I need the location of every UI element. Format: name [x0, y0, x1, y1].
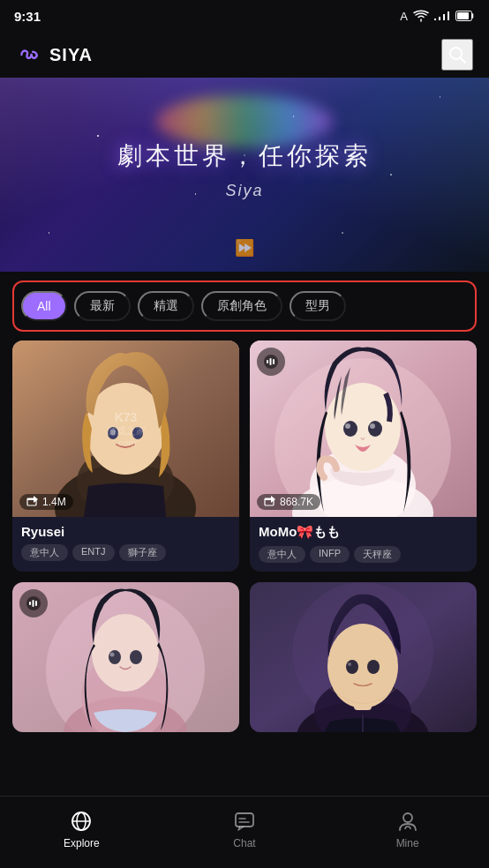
ryusei-tag-2: ENTJ	[72, 544, 115, 561]
battery-icon	[455, 11, 475, 21]
momo-view-count: 868.7K	[280, 496, 313, 508]
svg-point-51	[346, 660, 358, 674]
header: SIYA	[0, 32, 489, 78]
ryusei-info: Ryusei 意中人 ENTJ 獅子座	[12, 517, 239, 570]
chat-label: Chat	[233, 837, 255, 849]
ryusei-image-wrapper: K73 游戏之家 .com 1.4M	[12, 340, 239, 517]
svg-rect-28	[267, 360, 268, 363]
svg-point-26	[370, 423, 375, 429]
svg-point-40	[110, 653, 115, 657]
svg-rect-5	[457, 12, 469, 19]
momo-tag-2: INFP	[310, 546, 350, 563]
svg-point-38	[109, 650, 121, 664]
svg-point-61	[403, 813, 412, 822]
ryusei-illustration	[12, 340, 239, 517]
audio-icon-3	[26, 595, 41, 611]
card4-bg	[250, 582, 477, 732]
banner: 劇本世界，任你探索 Siya ⏩	[0, 78, 489, 272]
svg-rect-43	[33, 600, 34, 607]
svg-rect-29	[270, 358, 272, 365]
status-icons: A	[400, 10, 475, 23]
svg-marker-2	[439, 17, 440, 20]
card3-image-wrapper	[12, 582, 239, 732]
svg-point-25	[345, 423, 350, 429]
momo-info: MoMo🎀もも 意中人 INFP 天秤座	[250, 517, 477, 572]
filter-tab-original[interactable]: 原創角色	[201, 291, 282, 321]
search-button[interactable]	[441, 39, 473, 71]
banner-main-text: 劇本世界，任你探索	[0, 139, 489, 173]
momo-tag-1: 意中人	[259, 546, 305, 563]
explore-label: Explore	[64, 837, 100, 849]
svg-point-53	[348, 662, 351, 666]
svg-point-39	[130, 650, 142, 664]
ryusei-view-count: 1.4M	[42, 496, 66, 508]
svg-rect-30	[273, 359, 275, 364]
card3-bg	[12, 582, 239, 732]
momo-bg	[250, 340, 477, 517]
filter-tab-featured[interactable]: 精選	[138, 291, 194, 321]
filter-tab-all[interactable]: All	[21, 291, 67, 321]
svg-point-37	[92, 614, 159, 692]
svg-point-52	[367, 660, 380, 674]
character-card-ryusei[interactable]: K73 游戏之家 .com 1.4M Ryusei 意中人 ENTJ 獅子座	[12, 340, 239, 572]
signal-icon	[434, 10, 450, 22]
character-card-3[interactable]	[12, 582, 239, 732]
explore-icon	[69, 809, 94, 834]
svg-point-23	[343, 421, 357, 437]
chat-icon	[232, 809, 257, 834]
svg-marker-1	[443, 14, 445, 20]
nav-item-explore[interactable]: Explore	[46, 809, 117, 849]
banner-play-button[interactable]: ⏩	[235, 238, 254, 258]
views-icon	[26, 496, 39, 508]
ryusei-tags: 意中人 ENTJ 獅子座	[21, 544, 230, 561]
ryusei-views: 1.4M	[19, 494, 73, 510]
logo-container: SIYA	[16, 45, 93, 65]
status-bar: 9:31 A	[0, 0, 489, 32]
nav-item-chat[interactable]: Chat	[209, 809, 280, 849]
audio-wave-icon	[263, 354, 279, 370]
svg-rect-42	[29, 602, 31, 605]
svg-rect-58	[236, 813, 253, 827]
play-icon: ⏩	[235, 238, 254, 258]
svg-point-24	[368, 421, 382, 437]
momo-views: 868.7K	[257, 494, 320, 510]
filter-tab-new[interactable]: 最新	[74, 291, 131, 321]
siya-logo-icon	[16, 46, 44, 64]
ryusei-tag-1: 意中人	[21, 544, 68, 561]
keyboard-icon: A	[400, 10, 408, 23]
momo-tag-3: 天秤座	[354, 546, 401, 563]
ryusei-tag-3: 獅子座	[119, 544, 166, 561]
momo-audio-btn[interactable]	[257, 348, 285, 376]
wifi-icon	[413, 10, 429, 22]
mine-label: Mine	[396, 837, 419, 849]
ryusei-bg: K73 游戏之家 .com	[12, 340, 239, 517]
ryusei-name: Ryusei	[21, 524, 230, 539]
svg-marker-0	[448, 11, 449, 20]
banner-sub-text: Siya	[0, 182, 489, 200]
card4-illustration	[250, 582, 477, 732]
card3-audio-btn[interactable]	[19, 589, 48, 617]
bottom-nav: Explore Chat Mine	[0, 796, 489, 868]
character-card-momo[interactable]: 868.7K MoMo🎀もも 意中人 INFP 天秤座	[250, 340, 477, 572]
nav-item-mine[interactable]: Mine	[372, 809, 443, 849]
logo-text: SIYA	[49, 45, 93, 65]
search-icon	[447, 44, 468, 65]
svg-point-14	[110, 430, 116, 436]
views-icon-2	[264, 496, 276, 508]
filter-section: All 最新 精選 原創角色 型男	[12, 281, 477, 332]
status-time: 9:31	[14, 9, 41, 24]
svg-point-13	[132, 427, 143, 439]
svg-rect-44	[35, 601, 37, 606]
card4-image-wrapper	[250, 582, 477, 732]
svg-marker-3	[434, 19, 436, 20]
content-grid: K73 游戏之家 .com 1.4M Ryusei 意中人 ENTJ 獅子座	[0, 340, 489, 732]
mine-icon	[395, 809, 420, 834]
momo-name: MoMo🎀もも	[259, 524, 468, 541]
momo-image-wrapper: 868.7K	[250, 340, 477, 517]
momo-tags: 意中人 INFP 天秤座	[259, 546, 468, 563]
character-card-4[interactable]	[250, 582, 477, 732]
filter-tab-stylish[interactable]: 型男	[290, 291, 346, 321]
